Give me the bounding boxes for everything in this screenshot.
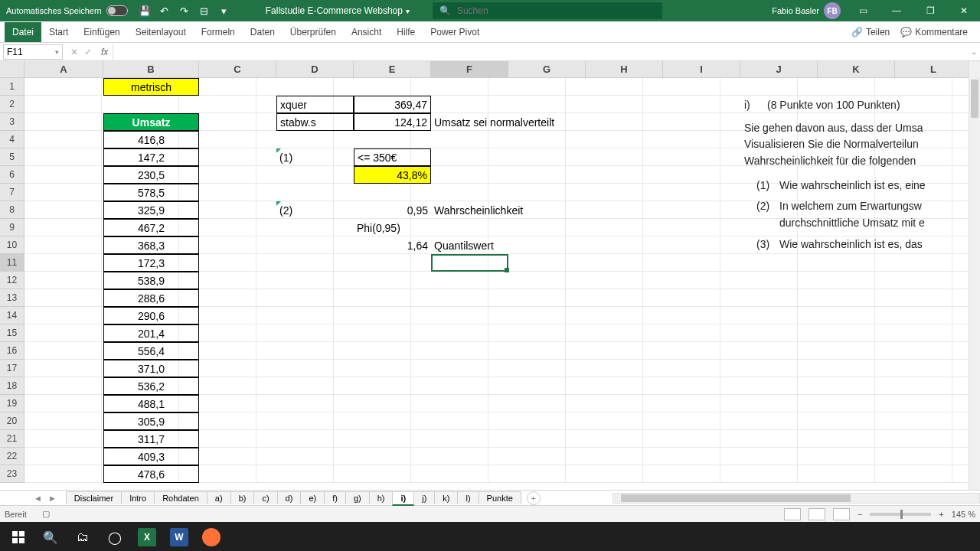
tab-hilfe[interactable]: Hilfe [389,22,423,42]
sheet-tab[interactable]: d) [277,491,302,504]
cancel-formula-icon[interactable]: ✕ [70,47,78,57]
sheet-tab[interactable]: e) [300,491,325,504]
row-header[interactable]: 14 [0,307,24,324]
cell-D3[interactable]: stabw.s [276,113,354,131]
sheet-tab[interactable]: Disclaimer [66,491,122,504]
redo-icon[interactable]: ↷ [178,5,191,17]
row-header[interactable]: 11 [0,254,24,272]
taskbar-app-1[interactable]: 🗂 [67,522,98,551]
maximize-icon[interactable]: ❐ [919,0,942,21]
close-icon[interactable]: ✕ [952,0,975,21]
view-normal-icon[interactable] [784,508,801,520]
name-box[interactable]: F11▾ [3,44,63,60]
cell-F3[interactable]: Umsatz sei normalverteilt [431,113,584,131]
tab-ueberpruefen[interactable]: Überprüfen [283,22,344,42]
active-cell[interactable] [431,254,508,272]
cell-B1[interactable]: metrisch [103,78,199,96]
col-header[interactable]: E [354,61,431,78]
cell-B23[interactable]: 478,6 [103,465,199,483]
cell-B8[interactable]: 325,9 [103,201,199,219]
cell-B6[interactable]: 230,5 [103,166,199,184]
dropdown-icon[interactable]: ▾ [218,5,230,17]
row-header[interactable]: 1 [0,78,24,96]
undo-icon[interactable]: ↶ [158,5,171,17]
row-header[interactable]: 23 [0,465,24,483]
view-pagelayout-icon[interactable] [808,508,825,520]
cell-E10[interactable]: 1,64 [354,236,431,254]
row-header[interactable]: 19 [0,395,24,412]
comments-button[interactable]: 💬 Kommentare [900,27,968,37]
row-header[interactable]: 10 [0,236,24,254]
cell-F8[interactable]: Wahrscheinlichkeit [431,201,554,219]
sheet-tab[interactable]: c) [253,491,277,504]
row-header[interactable]: 2 [0,96,24,113]
cell-B4[interactable]: 416,8 [103,131,199,148]
tab-einfuegen[interactable]: Einfügen [76,22,127,42]
tab-seitenlayout[interactable]: Seitenlayout [128,22,194,42]
col-header[interactable]: C [199,61,276,78]
minimize-icon[interactable]: — [885,0,908,21]
cell-E5[interactable]: <= 350€ [354,148,431,166]
share-button[interactable]: 🔗 Teilen [851,27,890,37]
accept-formula-icon[interactable]: ✓ [84,47,92,57]
cell-B16[interactable]: 556,4 [103,342,199,360]
record-macro-icon[interactable]: ▢ [42,509,50,519]
expand-formula-icon[interactable]: ⌄ [968,47,980,56]
tab-formeln[interactable]: Formeln [194,22,243,42]
autosave-toggle[interactable] [106,5,128,16]
zoom-out-icon[interactable]: − [858,510,862,519]
sheet-tab[interactable]: Punkte [479,491,521,504]
cell-B10[interactable]: 368,3 [103,236,199,254]
col-header[interactable]: L [895,61,972,78]
taskbar-search-icon[interactable]: 🔍 [35,522,66,551]
col-header[interactable]: J [740,61,818,78]
row-header[interactable]: 13 [0,289,24,307]
cell-E2[interactable]: 369,47 [354,96,431,113]
cell-F10[interactable]: Quantilswert [431,236,523,254]
zoom-level[interactable]: 145 % [952,510,975,519]
formula-input[interactable] [113,44,968,60]
col-header[interactable]: K [818,61,895,78]
row-header[interactable]: 9 [0,219,24,236]
sheet-nav-next-icon[interactable]: ► [45,494,60,503]
cell-B19[interactable]: 488,1 [103,395,199,412]
cell-B9[interactable]: 467,2 [103,219,199,236]
zoom-in-icon[interactable]: + [939,510,943,519]
tab-daten[interactable]: Daten [243,22,283,42]
cell-E8[interactable]: 0,95 [354,201,431,219]
doc-dropdown-icon[interactable]: ▾ [406,7,410,15]
row-header[interactable]: 18 [0,377,24,395]
zoom-slider[interactable] [870,513,931,516]
cell-B14[interactable]: 290,6 [103,307,199,324]
view-pagebreak-icon[interactable] [833,508,850,520]
select-all-corner[interactable] [0,61,24,78]
row-header[interactable]: 20 [0,412,24,430]
row-header[interactable]: 15 [0,324,24,342]
ribbon-mode-icon[interactable]: ▭ [851,0,874,21]
tab-powerpivot[interactable]: Power Pivot [423,22,487,42]
col-header[interactable]: F [431,61,508,78]
cell-B15[interactable]: 201,4 [103,324,199,342]
sheet-tab[interactable]: g) [345,491,370,504]
avatar[interactable]: FB [824,2,841,19]
cell-B12[interactable]: 538,9 [103,272,199,289]
sheet-tab[interactable]: l) [457,491,479,504]
cell-E9[interactable]: Phi(0,95) [354,219,431,236]
cell-B13[interactable]: 288,6 [103,289,199,307]
sheet-tab[interactable]: j) [413,491,435,504]
search-input[interactable] [457,5,655,16]
col-header[interactable]: B [103,61,199,78]
add-sheet-button[interactable]: + [527,491,541,505]
row-header[interactable]: 6 [0,166,24,184]
touch-icon[interactable]: ⊟ [198,5,211,17]
row-header[interactable]: 5 [0,148,24,166]
start-button[interactable] [3,522,34,551]
fx-icon[interactable]: fx [96,47,113,57]
sheet-tab[interactable]: i) [392,491,414,506]
cell-B3[interactable]: Umsatz [103,113,199,131]
row-header[interactable]: 7 [0,184,24,201]
row-header[interactable]: 17 [0,360,24,377]
vertical-scrollbar[interactable] [969,61,980,490]
cell-D2[interactable]: xquer [276,96,354,113]
save-icon[interactable]: 💾 [139,5,151,17]
